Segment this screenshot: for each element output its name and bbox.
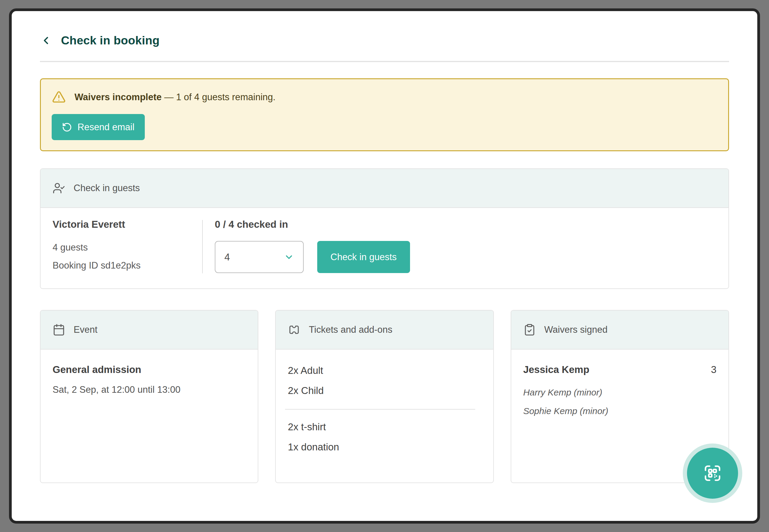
- guest-count: 4 guests: [53, 239, 202, 257]
- event-name: General admission: [53, 364, 246, 375]
- booking-detail-cards: Event General admission Sat, 2 Sep, at 1…: [40, 310, 729, 483]
- chevron-down-icon: [284, 252, 294, 262]
- clipboard-check-icon: [523, 323, 536, 336]
- page-header: Check in booking: [40, 34, 729, 47]
- check-in-controls: 0 / 4 checked in 4 Check in guests: [203, 219, 410, 275]
- header-divider: [40, 61, 729, 62]
- back-button[interactable]: [40, 35, 52, 47]
- check-in-guests-body: Victoria Everett 4 guests Booking ID sd1…: [41, 208, 728, 288]
- tickets-card: Tickets and add-ons 2x Adult 2x Child 2x…: [275, 310, 493, 483]
- check-in-guests-header: Check in guests: [41, 169, 728, 208]
- scan-qr-button[interactable]: [687, 448, 738, 499]
- check-in-guests-button[interactable]: Check in guests: [317, 241, 410, 273]
- qr-scan-icon: [703, 463, 722, 483]
- warning-triangle-icon: [52, 90, 66, 104]
- guest-count-select-value: 4: [225, 251, 230, 263]
- warning-message: Waivers incomplete — 1 of 4 guests remai…: [74, 92, 276, 103]
- booking-id: Booking ID sd1e2pks: [53, 257, 202, 275]
- waiver-signer-name: Jessica Kemp: [523, 364, 590, 375]
- check-in-guests-section: Check in guests Victoria Everett 4 guest…: [40, 168, 729, 289]
- check-in-booking-window: Check in booking Waivers incomplete — 1 …: [9, 8, 760, 524]
- guest-count-select[interactable]: 4: [215, 241, 304, 273]
- resend-email-label: Resend email: [77, 122, 134, 133]
- ticket-item: 2x Adult: [288, 360, 481, 380]
- ticket-item: 2x Child: [288, 380, 481, 401]
- guest-name: Victoria Everett: [53, 219, 202, 230]
- waivers-warning-banner: Waivers incomplete — 1 of 4 guests remai…: [40, 78, 729, 151]
- waivers-card-title: Waivers signed: [544, 324, 608, 335]
- user-check-icon: [53, 182, 65, 194]
- chevron-left-icon: [40, 35, 52, 47]
- checked-in-progress: 0 / 4 checked in: [215, 219, 410, 230]
- addon-item: 1x donation: [288, 437, 481, 457]
- event-card-title: Event: [74, 324, 97, 335]
- check-in-guests-label: Check in guests: [330, 252, 397, 263]
- section-title: Check in guests: [74, 183, 140, 194]
- waivers-card-header: Waivers signed: [511, 311, 728, 350]
- calendar-icon: [53, 323, 65, 336]
- waiver-minor: Sophie Kemp (minor): [523, 402, 716, 420]
- warning-detail: — 1 of 4 guests remaining.: [164, 92, 276, 102]
- tickets-card-title: Tickets and add-ons: [309, 324, 392, 335]
- addons-divider: [285, 409, 475, 410]
- tickets-card-header: Tickets and add-ons: [276, 311, 493, 350]
- event-schedule: Sat, 2 Sep, at 12:00 until 13:00: [53, 384, 246, 395]
- event-card-header: Event: [41, 311, 258, 350]
- addon-item: 2x t-shirt: [288, 417, 481, 437]
- ticket-icon: [288, 323, 300, 336]
- waiver-minor: Harry Kemp (minor): [523, 383, 716, 402]
- resend-email-button[interactable]: Resend email: [52, 114, 145, 140]
- event-card: Event General admission Sat, 2 Sep, at 1…: [40, 310, 258, 483]
- booking-summary: Victoria Everett 4 guests Booking ID sd1…: [53, 219, 202, 275]
- rotate-ccw-icon: [62, 122, 72, 132]
- warning-title: Waivers incomplete: [74, 92, 161, 102]
- page-title: Check in booking: [61, 34, 159, 47]
- waiver-count: 3: [711, 364, 716, 375]
